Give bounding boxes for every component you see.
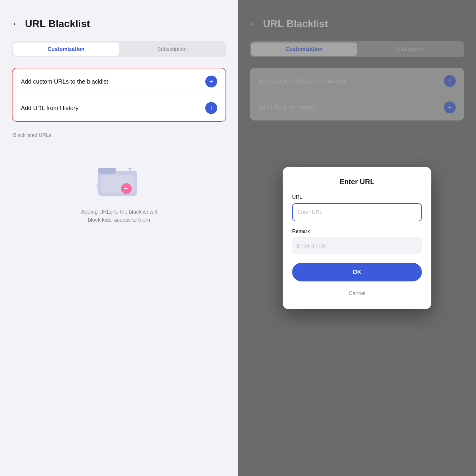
left-list-container: Add custom URLs to the blacklist + Add U… <box>12 68 226 122</box>
left-empty-text: Adding URLs to the blacklist will block … <box>74 208 164 224</box>
left-add-custom-button[interactable]: + <box>205 76 217 87</box>
left-tab-bar: Customization Subscription <box>12 41 226 57</box>
left-panel: ← URL Blacklist Customization Subscripti… <box>0 0 238 476</box>
svg-rect-1 <box>98 168 116 174</box>
left-header: ← URL Blacklist <box>12 18 226 29</box>
remark-input[interactable] <box>292 237 422 254</box>
left-list-item-add-custom[interactable]: Add custom URLs to the blacklist + <box>12 68 226 95</box>
ok-button[interactable]: OK <box>292 263 422 281</box>
plus-icon: + <box>209 78 213 85</box>
folder-icon: ? + <box>95 157 143 199</box>
left-page-title: URL Blacklist <box>25 18 90 29</box>
enter-url-modal: Enter URL URL Remark OK Cancel <box>283 167 431 309</box>
cancel-button[interactable]: Cancel <box>292 286 422 301</box>
left-back-button[interactable]: ← <box>12 19 20 29</box>
plus-icon-2: + <box>209 105 213 111</box>
modal-title: Enter URL <box>292 178 422 186</box>
left-empty-state: ? + Adding URLs to the blacklist will bl… <box>12 157 226 224</box>
left-list-item-add-history[interactable]: Add URL from History + <box>12 95 226 121</box>
left-tab-customization[interactable]: Customization <box>13 43 119 56</box>
modal-overlay: Enter URL URL Remark OK Cancel <box>238 0 476 476</box>
left-add-history-label: Add URL from History <box>21 105 79 112</box>
remark-label: Remark <box>292 228 422 234</box>
left-add-custom-label: Add custom URLs to the blacklist <box>21 78 108 85</box>
left-add-history-button[interactable]: + <box>205 102 217 114</box>
right-panel: ← URL Blacklist Customization Subscripti… <box>238 0 476 476</box>
url-input[interactable] <box>292 203 422 221</box>
url-label: URL <box>292 194 422 200</box>
left-section-label: Blacklisted URLs <box>12 132 226 138</box>
svg-text:?: ? <box>128 166 132 174</box>
left-tab-subscription[interactable]: Subscription <box>119 43 225 56</box>
svg-text:+: + <box>124 185 128 192</box>
